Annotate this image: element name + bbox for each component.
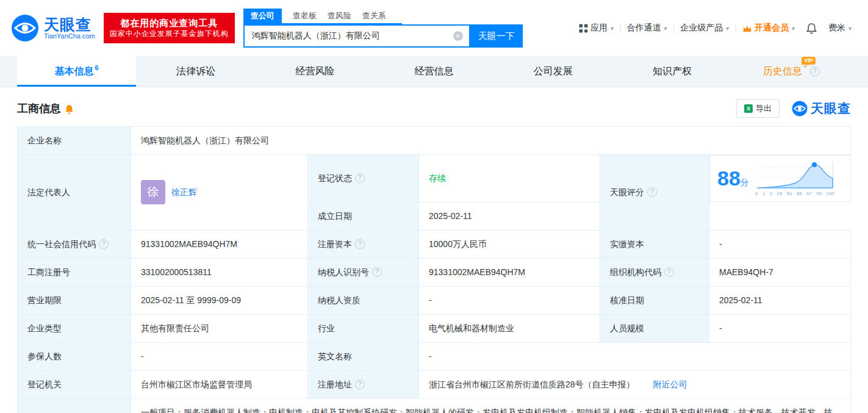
score-axis: 0131550859799100 bbox=[755, 190, 834, 198]
company-type-value: 其他有限责任公司 bbox=[131, 314, 308, 342]
reg-number-label: 工商注册号 bbox=[18, 258, 131, 286]
export-button[interactable]: X 导出 bbox=[736, 99, 780, 118]
legal-rep-avatar[interactable]: 徐 bbox=[141, 180, 165, 204]
reg-authority-value: 台州市椒江区市场监督管理局 bbox=[131, 370, 308, 398]
tianyancha-eye-icon bbox=[11, 14, 39, 42]
header-nav: 应用 ▾ | 合作通道 ▾ | 企业级产品 ▾ | 开通会员 ▾ bbox=[573, 22, 857, 34]
nav-user-menu[interactable]: 费米 ▾ bbox=[823, 23, 857, 34]
help-icon[interactable]: ? bbox=[99, 239, 109, 249]
business-info-table: 企业名称 鸿辉智能机器人（浙江）有限公司 法定代表人 徐 徐正辉 登记状态? 存… bbox=[17, 126, 851, 413]
search-input-wrap: × bbox=[243, 24, 470, 48]
paid-capital-value: - bbox=[709, 230, 851, 258]
tab-company-development[interactable]: 公司发展 bbox=[493, 56, 612, 87]
crown-icon bbox=[742, 24, 752, 32]
tab-operating-risk-label: 经营风险 bbox=[295, 65, 334, 78]
nav-cooperation[interactable]: 合作通道 ▾ bbox=[622, 23, 673, 34]
reg-status-value: 存续 bbox=[419, 155, 600, 203]
vip-tag: VIP bbox=[802, 57, 816, 65]
insured-label: 参保人数 bbox=[18, 342, 131, 370]
business-term-value: 2025-02-11 至 9999-09-09 bbox=[131, 286, 308, 314]
paid-capital-label: 实缴资本 bbox=[600, 230, 709, 258]
insured-value: - bbox=[131, 342, 308, 370]
username: 费米 bbox=[828, 23, 845, 34]
export-label: 导出 bbox=[756, 103, 772, 114]
help-icon[interactable]: ? bbox=[355, 379, 365, 389]
establish-date-label: 成立日期 bbox=[308, 202, 419, 230]
reg-status-label: 登记状态? bbox=[308, 155, 419, 203]
excel-icon: X bbox=[744, 104, 753, 113]
help-icon[interactable]: ? bbox=[647, 187, 657, 197]
notification-bell-button[interactable] bbox=[800, 22, 823, 34]
search-area: 查公司 查老板 查风险 查关系 × 天眼一下 bbox=[243, 9, 523, 48]
page: 天眼查 TianYanCha.com 都在用的商业查询工具 国家中小企业发展子基… bbox=[0, 0, 868, 413]
address-value: 浙江省台州市椒江区前所街道信质路28号（自主申报） bbox=[429, 379, 635, 389]
reg-capital-label: 注册资本? bbox=[308, 230, 419, 258]
business-term-label: 营业期限 bbox=[18, 286, 131, 314]
tab-basic-info[interactable]: 基本信息 6 bbox=[17, 56, 136, 87]
score-unit: 分 bbox=[741, 178, 749, 187]
org-code-value: MAEB94QH-7 bbox=[709, 258, 851, 286]
reg-capital-value: 10000万人民币 bbox=[419, 230, 600, 258]
taxpayer-quality-value: - bbox=[419, 286, 600, 314]
tab-operating-info[interactable]: 经营信息 bbox=[375, 56, 493, 87]
main-content: 工商信息 X 导出 天眼查 bbox=[0, 87, 868, 413]
nav-apps-label: 应用 bbox=[590, 23, 608, 34]
company-tabbar: 基本信息 6 法律诉讼 经营风险 经营信息 公司发展 知识产权 历史信息3 VI… bbox=[0, 56, 868, 87]
legal-rep-cell: 徐 徐正辉 bbox=[131, 155, 308, 231]
header: 天眼查 TianYanCha.com 都在用的商业查询工具 国家中小企业发展子基… bbox=[0, 0, 868, 56]
credit-code-label: 统一社会信用代码? bbox=[18, 230, 131, 258]
industry-value: 电气机械和器材制造业 bbox=[419, 314, 600, 342]
slogan-line1: 都在用的商业查询工具 bbox=[110, 17, 229, 29]
search-tab-relation[interactable]: 查关系 bbox=[362, 9, 386, 23]
tab-history-info[interactable]: 历史信息3 VIP ? bbox=[732, 56, 851, 87]
search-tabs: 查公司 查老板 查风险 查关系 bbox=[243, 9, 402, 24]
tab-legal-proceedings[interactable]: 法律诉讼 bbox=[136, 56, 255, 87]
company-type-label: 企业类型 bbox=[18, 314, 131, 342]
table-row: 登记机关 台州市椒江区市场监督管理局 注册地址? 浙江省台州市椒江区前所街道信质… bbox=[18, 370, 851, 398]
section-title: 工商信息 bbox=[17, 101, 61, 116]
tab-operating-risk[interactable]: 经营风险 bbox=[256, 56, 375, 87]
tianyancha-eye-icon bbox=[792, 101, 808, 117]
company-name-value: 鸿辉智能机器人（浙江）有限公司 bbox=[131, 127, 851, 155]
table-row: 企业类型 其他有限责任公司 行业 电气机械和器材制造业 人员规模 - bbox=[18, 314, 851, 342]
tab-intellectual-property[interactable]: 知识产权 bbox=[612, 56, 731, 87]
help-icon[interactable]: ? bbox=[355, 239, 365, 249]
nav-open-vip[interactable]: 开通会员 ▾ bbox=[737, 23, 800, 34]
staff-size-label: 人员规模 bbox=[600, 314, 709, 342]
search-tab-company[interactable]: 查公司 bbox=[243, 9, 282, 23]
nav-vip-label: 开通会员 bbox=[755, 23, 789, 34]
legal-rep-label: 法定代表人 bbox=[18, 155, 131, 231]
table-row: 参保人数 - 英文名称 - bbox=[18, 342, 851, 370]
clear-search-icon[interactable]: × bbox=[453, 31, 463, 41]
watermark-logo: 天眼查 bbox=[792, 100, 851, 117]
table-row: 统一社会信用代码? 91331002MAEB94QH7M 注册资本? 10000… bbox=[18, 230, 851, 258]
help-icon[interactable]: ? bbox=[355, 173, 365, 183]
industry-label: 行业 bbox=[308, 314, 419, 342]
reg-number-value: 331002000513811 bbox=[131, 258, 308, 286]
table-row: 营业期限 2025-02-11 至 9999-09-09 纳税人资质 - 核准日… bbox=[18, 286, 851, 314]
tyc-score-cell: 88分 0131550859799100 bbox=[709, 155, 851, 202]
help-icon[interactable]: ? bbox=[372, 267, 382, 277]
business-scope-value: 一般项目：服务消费机器人制造；电机制造；电机及其控制系统研发；智能机器人的研发；… bbox=[131, 398, 851, 413]
tab-company-development-label: 公司发展 bbox=[534, 65, 573, 78]
legal-rep-link[interactable]: 徐正辉 bbox=[171, 186, 197, 199]
nearby-companies-link[interactable]: 附近公司 bbox=[653, 379, 687, 389]
address-label: 注册地址? bbox=[308, 370, 419, 398]
subscribe-bell-icon[interactable] bbox=[65, 104, 74, 114]
tab-basic-info-badge: 6 bbox=[95, 64, 99, 71]
search-tab-risk[interactable]: 查风险 bbox=[328, 9, 351, 23]
search-input[interactable] bbox=[251, 31, 453, 41]
chevron-down-icon: ▾ bbox=[848, 25, 852, 32]
table-row: 经营范围? 一般项目：服务消费机器人制造；电机制造；电机及其控制系统研发；智能机… bbox=[18, 398, 851, 413]
bell-icon bbox=[806, 22, 817, 34]
approval-date-label: 核准日期 bbox=[600, 286, 709, 314]
nav-apps[interactable]: 应用 ▾ bbox=[573, 23, 619, 34]
nav-enterprise-products[interactable]: 企业级产品 ▾ bbox=[675, 23, 734, 34]
taxpayer-id-value: 91331002MAEB94QH7M bbox=[419, 258, 600, 286]
help-icon[interactable]: ? bbox=[810, 66, 820, 76]
search-tab-boss[interactable]: 查老板 bbox=[293, 9, 317, 23]
help-icon[interactable]: ? bbox=[664, 267, 674, 277]
search-button[interactable]: 天眼一下 bbox=[470, 24, 523, 48]
score-distribution-chart: 0131550859799100 bbox=[755, 159, 834, 198]
tianyancha-logo[interactable]: 天眼查 TianYanCha.com bbox=[11, 14, 95, 42]
